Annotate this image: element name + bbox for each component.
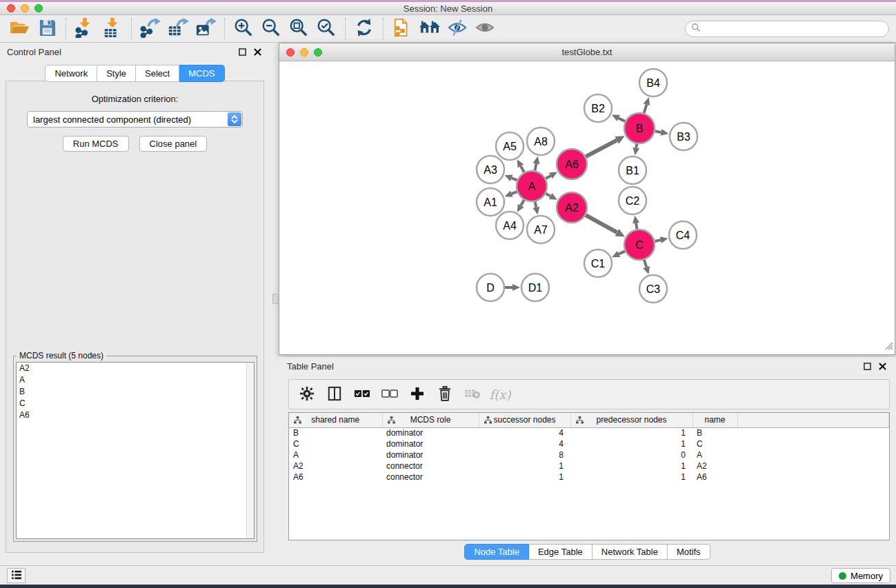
table-settings-button[interactable] (295, 383, 319, 406)
table-cell[interactable]: A6 (693, 472, 737, 483)
edge-C-C3[interactable] (644, 260, 646, 267)
edge-B-B2[interactable] (619, 118, 626, 121)
memory-button[interactable]: Memory (831, 568, 890, 583)
table-cell[interactable]: B (693, 427, 737, 438)
destroy-table-button[interactable] (460, 383, 485, 406)
minimize-network-icon[interactable] (300, 48, 308, 57)
export-network-button[interactable] (137, 17, 164, 41)
close-network-icon[interactable] (286, 48, 295, 57)
table-cell[interactable]: A (693, 449, 737, 460)
zoom-fit-button[interactable] (285, 17, 312, 41)
edge-A-A1[interactable] (512, 192, 517, 194)
close-window-icon[interactable] (7, 4, 15, 12)
delete-row-button[interactable] (432, 383, 457, 406)
table-cell[interactable]: 1 (570, 472, 693, 483)
edge-B-B1[interactable] (636, 144, 637, 148)
run-mcds-button[interactable]: Run MCDS (63, 136, 129, 152)
network-canvas[interactable]: AA1A2A3A4A5A6A7A8BB1B2B3B4CC1C2C3C4DD1 (279, 61, 895, 354)
table-cell[interactable]: 1 (479, 472, 570, 483)
zoom-out-button[interactable] (257, 17, 285, 41)
column-header-shared-name[interactable]: shared name (289, 413, 382, 427)
add-row-button[interactable] (405, 383, 430, 406)
panel-divider-handle[interactable] (272, 294, 278, 304)
table-cell[interactable]: 1 (570, 460, 693, 472)
mcds-result-item[interactable]: A2 (17, 363, 254, 374)
edge-B-B4[interactable] (644, 105, 647, 113)
table-cell[interactable]: dominator (382, 427, 479, 438)
search-input[interactable] (701, 23, 888, 35)
table-cell[interactable]: 1 (479, 460, 570, 472)
column-chooser-button[interactable] (322, 383, 347, 406)
zoom-network-icon[interactable] (314, 48, 322, 57)
tab-network-table[interactable]: Network Table (593, 544, 668, 560)
table-row[interactable]: A2connector11A2 (289, 460, 889, 472)
float-panel-icon[interactable] (237, 46, 248, 57)
network-graph[interactable]: AA1A2A3A4A5A6A7A8BB1B2B3B4CC1C2C3C4DD1 (279, 61, 895, 354)
edge-A-A3[interactable] (512, 178, 517, 180)
table-cell[interactable]: A (289, 449, 382, 460)
import-table-button[interactable] (99, 17, 126, 41)
table-row[interactable]: Cdominator41C (289, 438, 889, 449)
title-bar[interactable]: Session: New Session (0, 2, 896, 15)
tab-node-table[interactable]: Node Table (464, 544, 529, 560)
search-field[interactable] (685, 21, 889, 37)
hide-panels-button[interactable] (444, 17, 471, 41)
export-table-button[interactable] (164, 17, 192, 41)
column-header-MCDS-role[interactable]: MCDS role (382, 413, 479, 427)
close-panel-button[interactable]: Close panel (139, 136, 208, 152)
table-cell[interactable]: A2 (693, 460, 737, 472)
mcds-result-item[interactable]: A6 (17, 409, 254, 421)
table-cell[interactable]: dominator (382, 438, 479, 449)
mcds-result-list[interactable]: A2ABCA6 (16, 362, 255, 539)
table-cell[interactable]: 0 (570, 449, 693, 460)
edge-A-A6[interactable] (546, 176, 550, 179)
table-cell[interactable]: A2 (289, 460, 382, 472)
export-image-button[interactable] (192, 17, 219, 41)
zoom-selected-button[interactable] (312, 17, 340, 41)
table-cell[interactable]: C (693, 438, 737, 449)
edge-A-A7[interactable] (535, 202, 537, 207)
edge-A-A2[interactable] (546, 194, 550, 196)
column-header-name[interactable]: name (693, 413, 737, 427)
column-header-successor-nodes[interactable]: successor nodes (479, 413, 570, 427)
table-cell[interactable]: B (289, 427, 382, 438)
task-history-button[interactable] (7, 568, 26, 583)
edge-C-C2[interactable] (636, 223, 637, 230)
show-eye-button[interactable] (471, 17, 499, 41)
edge-A-A4[interactable] (521, 200, 524, 205)
table-cell[interactable]: connector (382, 460, 479, 472)
open-session-button[interactable] (6, 17, 33, 41)
table-cell[interactable]: 1 (570, 427, 693, 438)
function-builder-button[interactable]: f(x) (488, 383, 512, 406)
table-cell[interactable]: 4 (479, 427, 570, 438)
unselect-all-button[interactable] (377, 383, 402, 406)
edge-A6-B[interactable] (586, 140, 617, 156)
scrollbar[interactable] (246, 363, 254, 538)
edge-C-C4[interactable] (655, 240, 660, 241)
tab-mcds[interactable]: MCDS (179, 65, 224, 82)
edge-C-C1[interactable] (619, 251, 625, 254)
minimize-window-icon[interactable] (21, 4, 29, 12)
refresh-button[interactable] (350, 17, 378, 41)
select-all-button[interactable] (350, 383, 375, 406)
network-window-titlebar[interactable]: testGlobe.txt (279, 43, 895, 61)
table-cell[interactable]: 8 (479, 449, 570, 460)
network-file-button[interactable] (388, 17, 416, 41)
table-cell[interactable]: 1 (570, 438, 693, 449)
edge-A2-C[interactable] (586, 215, 617, 232)
edge-A-A8[interactable] (535, 163, 537, 170)
table-row[interactable]: Bdominator41B (289, 427, 889, 438)
mcds-result-item[interactable]: A (17, 374, 254, 386)
table-row[interactable]: A6connector11A6 (289, 472, 889, 483)
column-header-predecessor-nodes[interactable]: predecessor nodes (570, 413, 693, 427)
table-cell[interactable]: A6 (289, 472, 382, 483)
resize-grip-icon[interactable] (884, 341, 893, 353)
node-table-container[interactable]: shared nameMCDS rolesuccessor nodesprede… (288, 412, 890, 540)
table-cell[interactable]: dominator (382, 449, 479, 460)
zoom-window-icon[interactable] (34, 4, 43, 12)
table-cell[interactable]: C (289, 438, 382, 449)
edge-B-B3[interactable] (655, 131, 661, 132)
zoom-in-button[interactable] (230, 17, 257, 41)
criterion-select[interactable]: largest connected component (directed) (27, 111, 243, 128)
tab-network[interactable]: Network (45, 65, 97, 82)
